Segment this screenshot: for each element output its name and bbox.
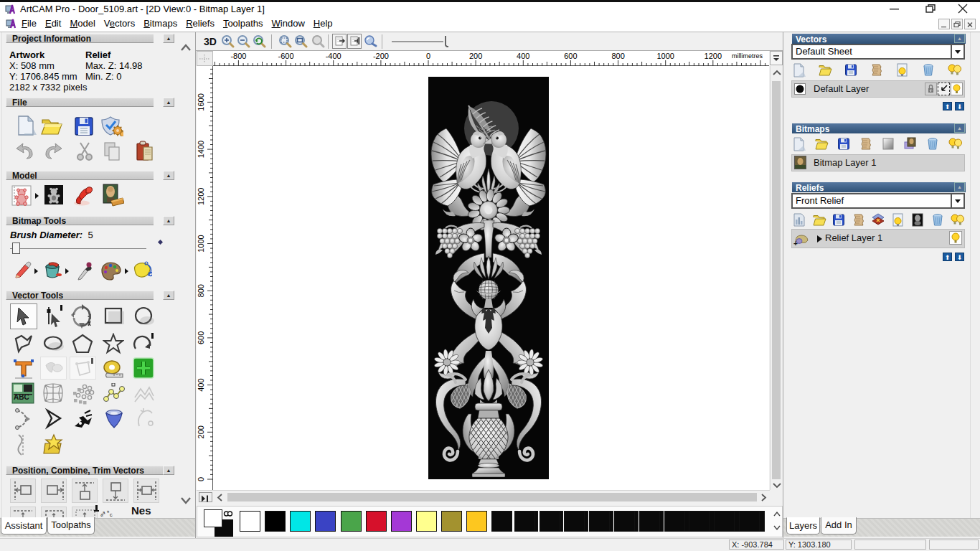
svg-text:200: 200 [469, 52, 482, 60]
svg-text:600: 600 [564, 52, 577, 60]
svg-text:400: 400 [517, 52, 529, 60]
svg-text:1200: 1200 [705, 52, 722, 60]
svg-text:-800: -800 [230, 52, 246, 60]
svg-text:-400: -400 [326, 52, 341, 60]
svg-text:400: 400 [197, 378, 205, 391]
svg-text:1200: 1200 [197, 188, 205, 205]
svg-text:-200: -200 [373, 52, 389, 60]
svg-text:800: 800 [197, 284, 205, 297]
svg-text:1000: 1000 [197, 235, 205, 252]
svg-text:1400: 1400 [197, 141, 205, 158]
svg-text:600: 600 [197, 331, 205, 344]
svg-text:1600: 1600 [197, 93, 205, 110]
svg-text:-600: -600 [278, 52, 294, 60]
svg-text:1000: 1000 [656, 52, 674, 60]
svg-text:0: 0 [426, 52, 430, 60]
svg-text:800: 800 [611, 52, 624, 60]
svg-text:millimetres: millimetres [732, 52, 763, 60]
svg-text:200: 200 [197, 425, 205, 438]
svg-text:0: 0 [197, 477, 205, 481]
svg-text:+: + [793, 240, 798, 247]
